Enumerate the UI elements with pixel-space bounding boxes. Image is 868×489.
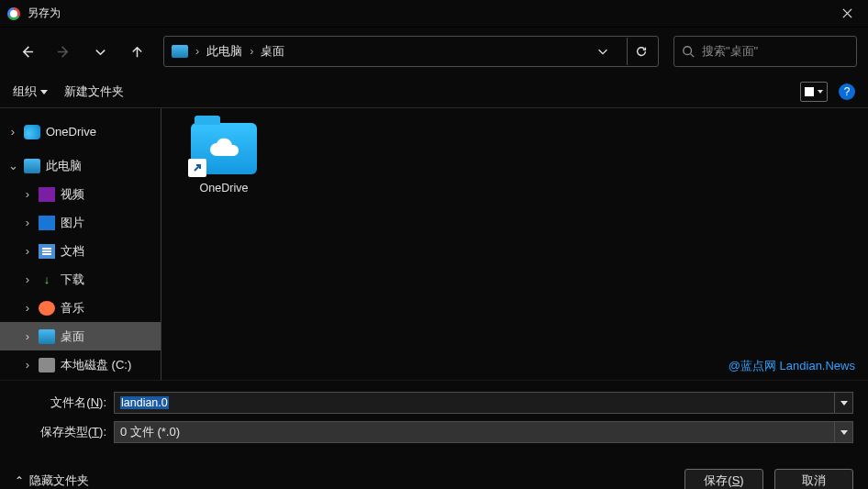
search-placeholder: 搜索"桌面" — [702, 43, 758, 60]
filename-input[interactable]: landian.0 — [114, 392, 853, 414]
window-title: 另存为 — [28, 6, 826, 21]
recent-locations-button[interactable] — [84, 36, 116, 67]
caret-right-icon: › — [22, 358, 33, 372]
search-icon — [682, 45, 695, 58]
crumb-desktop[interactable]: 桌面 — [261, 43, 284, 60]
sidebar-item-label: OneDrive — [46, 125, 96, 139]
save-button[interactable]: 保存(S) — [684, 469, 763, 489]
sidebar-item-localdisk[interactable]: › 本地磁盘 (C:) — [0, 350, 161, 379]
videos-icon — [39, 187, 55, 202]
view-icon — [805, 87, 814, 96]
new-folder-label: 新建文件夹 — [64, 83, 124, 100]
filetype-dropdown-button[interactable] — [834, 422, 852, 442]
organize-label: 组织 — [13, 83, 37, 100]
caret-right-icon: › — [22, 216, 33, 229]
form-area: 文件名(N): landian.0 保存类型(T): 0 文件 (*.0) — [0, 380, 868, 460]
sidebar: › OneDrive ⌄ 此电脑 › 视频 › 图片 › 文档 › ↓ 下载 — [0, 108, 161, 380]
filename-dropdown-button[interactable] — [834, 393, 852, 413]
disk-icon — [39, 358, 55, 372]
sidebar-item-downloads[interactable]: › ↓ 下载 — [0, 265, 161, 294]
sidebar-item-label: 音乐 — [61, 300, 84, 317]
shortcut-arrow-icon — [192, 162, 203, 173]
nav-toolbar: › 此电脑 › 桌面 搜索"桌面" — [0, 28, 868, 75]
filetype-value: 0 文件 (*.0) — [120, 424, 180, 440]
filetype-select[interactable]: 0 文件 (*.0) — [114, 421, 853, 443]
onedrive-icon — [24, 125, 40, 139]
folder-icon — [191, 123, 257, 174]
caret-right-icon: › — [22, 301, 33, 315]
pictures-icon — [39, 216, 55, 230]
caret-down-icon: ⌄ — [7, 159, 18, 172]
caret-right-icon: › — [22, 187, 33, 201]
crumb-thispc[interactable]: 此电脑 — [206, 43, 242, 60]
sidebar-item-label: 视频 — [61, 186, 84, 203]
sidebar-item-pictures[interactable]: › 图片 — [0, 208, 161, 237]
hide-folders-button[interactable]: ⌃ 隐藏文件夹 — [15, 472, 89, 489]
caret-right-icon: › — [22, 244, 33, 258]
arrow-left-icon — [20, 45, 34, 59]
crumb-chevron-icon: › — [250, 45, 253, 58]
address-dropdown-button[interactable] — [588, 38, 616, 65]
watermark-text: @蓝点网 Landian.News — [729, 358, 855, 374]
sidebar-item-music[interactable]: › 音乐 — [0, 294, 161, 322]
content-area: › OneDrive ⌄ 此电脑 › 视频 › 图片 › 文档 › ↓ 下载 — [0, 108, 868, 380]
caret-right-icon: › — [7, 125, 18, 139]
arrow-up-icon — [130, 45, 144, 59]
crumb-chevron-icon: › — [195, 45, 199, 58]
file-pane[interactable]: OneDrive @蓝点网 Landian.News — [161, 108, 868, 380]
svg-point-0 — [684, 47, 692, 55]
hide-folders-label: 隐藏文件夹 — [29, 472, 89, 489]
file-label: OneDrive — [180, 182, 268, 194]
close-icon — [842, 8, 852, 18]
organize-button[interactable]: 组织 — [13, 83, 48, 100]
downloads-icon: ↓ — [39, 272, 55, 287]
sidebar-item-videos[interactable]: › 视频 — [0, 180, 161, 208]
chrome-icon — [7, 7, 20, 20]
filename-value: landian.0 — [120, 396, 169, 409]
chevron-down-icon — [840, 401, 848, 406]
up-button[interactable] — [121, 36, 152, 67]
cloud-icon — [206, 138, 242, 160]
chevron-up-icon: ⌃ — [15, 474, 24, 487]
music-icon — [39, 301, 55, 316]
chevron-down-icon — [840, 430, 848, 435]
thispc-small-icon — [172, 45, 188, 58]
sidebar-item-label: 图片 — [61, 215, 84, 231]
chevron-down-icon — [596, 45, 609, 58]
new-folder-button[interactable]: 新建文件夹 — [64, 83, 124, 100]
arrow-right-icon — [57, 45, 71, 59]
sidebar-item-label: 本地磁盘 (C:) — [61, 357, 131, 373]
refresh-button[interactable] — [627, 38, 654, 65]
sidebar-item-label: 下载 — [61, 272, 84, 288]
filetype-label: 保存类型(T): — [15, 424, 106, 440]
sidebar-item-documents[interactable]: › 文档 — [0, 237, 161, 265]
filename-label: 文件名(N): — [15, 395, 106, 411]
title-bar: 另存为 — [0, 0, 868, 28]
thispc-icon — [24, 159, 40, 173]
refresh-icon — [635, 45, 648, 58]
command-bar: 组织 新建文件夹 ? — [0, 75, 868, 108]
caret-right-icon: › — [22, 329, 33, 343]
sidebar-item-label: 桌面 — [61, 328, 84, 345]
caret-right-icon: › — [22, 272, 33, 286]
help-button[interactable]: ? — [839, 83, 855, 100]
chevron-down-icon — [94, 45, 107, 59]
close-button[interactable] — [826, 0, 868, 28]
view-button[interactable] — [800, 82, 828, 102]
back-button[interactable] — [11, 36, 42, 67]
search-input[interactable]: 搜索"桌面" — [673, 36, 857, 67]
sidebar-item-onedrive[interactable]: › OneDrive — [0, 117, 161, 146]
sidebar-item-thispc[interactable]: ⌄ 此电脑 — [0, 151, 161, 180]
sidebar-item-label: 此电脑 — [46, 158, 82, 174]
sidebar-item-desktop[interactable]: › 桌面 — [0, 322, 161, 350]
footer: ⌃ 隐藏文件夹 保存(S) 取消 — [0, 460, 868, 489]
sidebar-item-label: 文档 — [61, 243, 84, 260]
shortcut-badge — [188, 159, 206, 177]
chevron-down-icon — [818, 90, 823, 94]
documents-icon — [39, 244, 55, 259]
cancel-button[interactable]: 取消 — [774, 469, 853, 489]
address-bar[interactable]: › 此电脑 › 桌面 — [163, 36, 659, 67]
file-item-onedrive[interactable]: OneDrive — [180, 123, 268, 194]
desktop-icon — [39, 329, 55, 344]
forward-button[interactable] — [48, 36, 79, 67]
